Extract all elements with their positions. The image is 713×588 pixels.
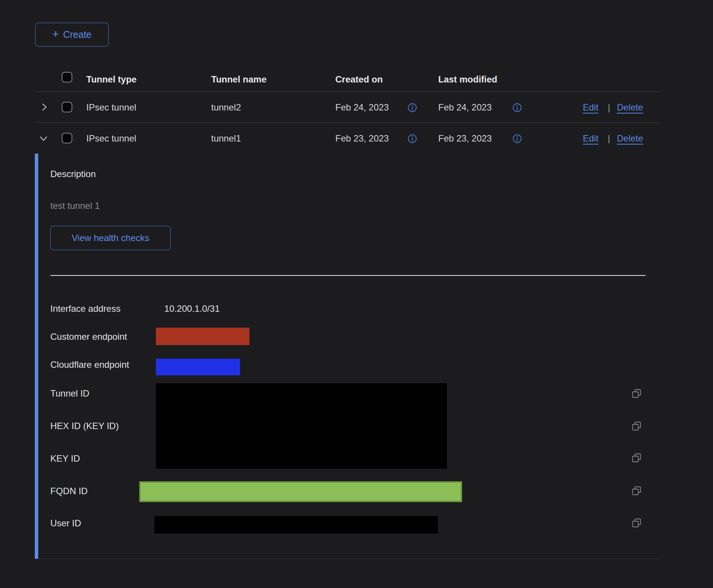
column-header-last-modified: Last modified (438, 74, 497, 85)
edit-link[interactable]: Edit (583, 102, 598, 113)
header-divider (35, 92, 660, 92)
redacted-cloudflare-endpoint (156, 359, 240, 375)
description-value: test tunnel 1 (50, 201, 100, 211)
last-modified-cell: Feb 24, 2023 (438, 102, 492, 113)
row-checkbox[interactable] (62, 102, 72, 112)
section-divider (50, 275, 646, 276)
field-label-customer-endpoint: Customer endpoint (50, 331, 127, 342)
view-health-checks-button[interactable]: View health checks (50, 226, 171, 250)
info-icon[interactable] (408, 103, 417, 112)
field-label-user-id: User ID (50, 518, 81, 529)
redacted-user-id (154, 516, 438, 534)
last-modified-cell: Feb 23, 2023 (438, 133, 492, 144)
delete-link[interactable]: Delete (617, 102, 643, 113)
field-label-tunnel-id: Tunnel ID (50, 388, 89, 399)
tunnel-name-cell: tunnel2 (211, 102, 241, 113)
field-label-cloudflare-endpoint: Cloudflare endpoint (50, 359, 129, 370)
tunnels-page: + Create Tunnel type Tunnel name Created… (0, 0, 713, 588)
plus-icon: + (52, 28, 59, 40)
tunnel-type-cell: IPsec tunnel (86, 133, 136, 144)
row-checkbox[interactable] (62, 133, 72, 143)
action-separator: | (608, 133, 610, 144)
create-button[interactable]: + Create (35, 23, 109, 47)
copy-icon[interactable] (631, 421, 642, 431)
info-icon[interactable] (512, 134, 522, 143)
edit-link[interactable]: Edit (583, 133, 598, 144)
create-button-label: Create (63, 29, 92, 40)
action-separator: | (608, 102, 610, 113)
copy-icon[interactable] (631, 485, 642, 496)
chevron-right-icon[interactable] (39, 102, 50, 112)
interface-address-value: 10.200.1.0/31 (164, 303, 220, 314)
column-header-created-on: Created on (335, 74, 383, 85)
info-icon[interactable] (408, 134, 417, 143)
info-icon[interactable] (512, 103, 522, 112)
tunnel-type-cell: IPsec tunnel (86, 102, 136, 113)
delete-link[interactable]: Delete (617, 133, 643, 144)
select-all-checkbox[interactable] (62, 72, 72, 82)
redacted-customer-endpoint (156, 328, 249, 345)
created-on-cell: Feb 23, 2023 (335, 133, 389, 144)
redacted-tunnel-hex-key-ids (156, 383, 447, 469)
copy-icon[interactable] (631, 518, 642, 528)
tunnel-name-cell: tunnel1 (211, 133, 241, 144)
copy-icon[interactable] (631, 388, 642, 399)
copy-icon[interactable] (631, 453, 642, 463)
redacted-fqdn-id (139, 481, 462, 502)
field-label-fqdn-id: FQDN ID (50, 486, 88, 496)
chevron-down-icon[interactable] (38, 133, 49, 144)
created-on-cell: Feb 24, 2023 (335, 102, 389, 113)
column-header-tunnel-name: Tunnel name (211, 74, 266, 85)
column-header-tunnel-type: Tunnel type (86, 74, 137, 85)
row-divider (35, 123, 660, 123)
field-label-interface-address: Interface address (50, 303, 120, 314)
description-label: Description (50, 169, 96, 179)
field-label-key-id: KEY ID (50, 453, 80, 464)
field-label-hex-id: HEX ID (KEY ID) (50, 421, 119, 431)
